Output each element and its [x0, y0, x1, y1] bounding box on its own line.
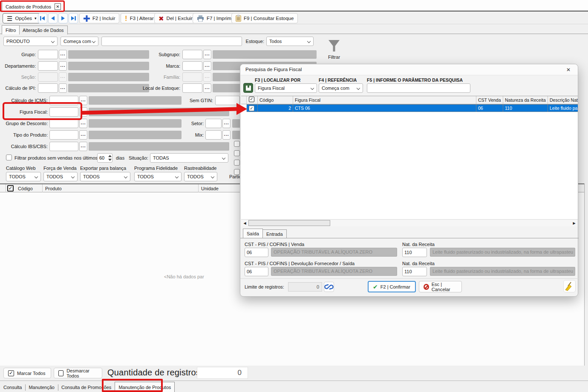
localizar-por-select[interactable]: Figura Fiscal: [255, 83, 317, 93]
close-tab-icon[interactable]: ✕: [55, 3, 61, 10]
nav-next-button[interactable]: [58, 13, 68, 23]
window-tab-cadastro-produtos[interactable]: Cadastro de Produtos ✕: [2, 1, 64, 11]
rastreabilidade-select[interactable]: TODOS: [184, 172, 217, 181]
main-col-produto[interactable]: Produto: [43, 184, 199, 193]
nat-receita-input-2[interactable]: [402, 267, 427, 276]
col-descricao[interactable]: Descrição Nat: [548, 96, 578, 104]
tab-manutencao[interactable]: Manutenção: [25, 383, 58, 392]
row-checkbox[interactable]: ✓: [249, 106, 254, 111]
marcar-todos-button[interactable]: ✓ Marcar Todos: [3, 368, 51, 378]
tab-saida[interactable]: Saída: [243, 229, 263, 238]
nav-last-button[interactable]: [69, 13, 78, 23]
forca-venda-select[interactable]: TODOS: [43, 172, 78, 181]
rastreabilidade-label: Rastreabilidade: [184, 165, 216, 171]
calculo-ipi-lookup-button[interactable]: ...: [59, 83, 67, 93]
marca-input[interactable]: [182, 61, 202, 71]
nav-first-button[interactable]: [38, 13, 47, 23]
nat-receita-input-1[interactable]: [402, 248, 427, 257]
incluir-button[interactable]: F2 | Incluir: [79, 13, 119, 23]
tab-manutencao-produtos[interactable]: Manutenção de Produtos: [115, 382, 175, 392]
excluir-button[interactable]: ✖ Del | Excluir: [154, 13, 197, 23]
caret-down-icon: ▾: [35, 16, 37, 20]
tab-entrada[interactable]: Entrada: [262, 229, 287, 238]
consultar-estoque-button[interactable]: F9 | Consultar Estoque: [231, 13, 298, 23]
cancelar-button[interactable]: Esc | Cancelar: [419, 281, 462, 292]
cell-figura-fiscal: CTS 06: [293, 105, 476, 112]
right-option-checkbox-2[interactable]: [234, 150, 240, 156]
search-operator-select[interactable]: Começa com: [61, 37, 98, 46]
setor-input[interactable]: [205, 119, 222, 128]
calculo-ibs-cbs-lookup-button[interactable]: ...: [79, 142, 87, 151]
grupo-desconto-input[interactable]: [49, 119, 78, 128]
col-figura-fiscal[interactable]: Figura Fiscal: [293, 96, 476, 104]
setor-lookup-button[interactable]: ...: [222, 119, 231, 128]
local-estoque-input[interactable]: [182, 83, 202, 93]
catalogo-web-select[interactable]: TODOS: [6, 172, 41, 181]
calculo-icms-input[interactable]: [49, 96, 78, 105]
grid-horizontal-scrollbar[interactable]: ◀ ▶: [241, 219, 578, 226]
col-natureza-receita[interactable]: Natureza da Receita: [503, 96, 548, 104]
mix-input[interactable]: [205, 130, 222, 140]
local-estoque-lookup-button[interactable]: ...: [203, 83, 211, 93]
filtrar-control[interactable]: Filtrar: [326, 39, 342, 60]
calculo-ipi-input[interactable]: [38, 83, 58, 93]
calculo-ibs-cbs-input[interactable]: [49, 142, 78, 151]
grupo-desconto-lookup-button[interactable]: ...: [79, 119, 87, 128]
referencia-value: Começa com: [322, 86, 349, 91]
select-all-checkbox[interactable]: ✓: [7, 185, 14, 192]
clear-button[interactable]: [563, 280, 576, 292]
link-button[interactable]: [324, 282, 334, 292]
confirmar-button[interactable]: ✔ F2 | Confirmar: [368, 281, 416, 292]
cst-venda-input[interactable]: [245, 248, 268, 257]
right-option-checkbox-3[interactable]: [234, 160, 240, 166]
select-all-checkbox[interactable]: ✓: [249, 97, 254, 102]
search-text-input[interactable]: [101, 37, 242, 46]
select-all-column[interactable]: ✓: [247, 96, 258, 104]
calculo-icms-lookup-button[interactable]: ...: [79, 96, 87, 105]
departamento-input[interactable]: [38, 61, 58, 71]
dialog-close-icon[interactable]: ✕: [565, 66, 572, 73]
tab-alteracao-de-dados[interactable]: Alteração de Dados: [19, 26, 68, 34]
scroll-left-icon[interactable]: ◀: [242, 220, 248, 226]
tab-filtro[interactable]: Filtro: [2, 25, 20, 34]
nav-prev-button[interactable]: [48, 13, 58, 23]
estoque-select[interactable]: Todos: [266, 37, 314, 46]
options-button[interactable]: ☰ Opções ▾: [3, 13, 41, 23]
departamento-lookup-button[interactable]: ...: [59, 61, 67, 71]
parametro-pesquisa-input[interactable]: [367, 83, 470, 93]
tipo-produto-input[interactable]: [49, 130, 78, 140]
sem-gtin-input[interactable]: [215, 96, 240, 105]
main-col-codigo[interactable]: ✓ Código: [6, 184, 43, 193]
scroll-right-icon[interactable]: ▶: [571, 220, 577, 226]
figura-fiscal-lookup-button[interactable]: ...: [79, 107, 87, 117]
row-check-cell[interactable]: ✓: [247, 105, 258, 112]
col-cst-venda[interactable]: CST Venda: [476, 96, 503, 104]
search-field-select[interactable]: PRODUTO: [3, 37, 58, 46]
tab-consulta[interactable]: Consulta: [0, 383, 25, 392]
exportar-balanca-select[interactable]: TODOS: [80, 172, 130, 181]
grid-row-selected[interactable]: ✓ 2 CTS 06 06 110 Leite fluido pa: [247, 104, 578, 112]
marca-lookup-button[interactable]: ...: [203, 61, 211, 71]
grupo-input[interactable]: [38, 50, 58, 59]
filtrar-sem-vendas-checkbox[interactable]: [6, 155, 12, 160]
save-search-button[interactable]: [243, 83, 253, 93]
desmarcar-todos-button[interactable]: Desmarcar Todos: [54, 368, 102, 378]
row-marker-header: [241, 96, 247, 104]
stepper-arrows-icon[interactable]: [107, 154, 112, 162]
grupo-lookup-button[interactable]: ...: [59, 50, 67, 59]
alterar-button[interactable]: ! F3 | Alterar: [121, 13, 158, 23]
subgrupo-lookup-button[interactable]: ...: [203, 50, 211, 59]
referencia-select[interactable]: Começa com: [319, 83, 363, 93]
programa-fidelidade-select[interactable]: TODOS: [134, 172, 182, 181]
subgrupo-input[interactable]: [182, 50, 202, 59]
col-codigo[interactable]: Código: [258, 96, 293, 104]
right-option-checkbox-1[interactable]: [234, 141, 240, 147]
situacao-select[interactable]: TODAS: [150, 153, 228, 163]
figura-fiscal-input[interactable]: [49, 107, 78, 117]
cst-devolucao-input[interactable]: [245, 267, 268, 276]
mix-lookup-button[interactable]: ...: [222, 130, 231, 140]
unchecked-box-icon: [58, 370, 63, 376]
tab-consulta-promocoes[interactable]: Consulta de Promoções: [58, 383, 115, 392]
scrollbar-thumb[interactable]: [248, 220, 330, 226]
tipo-produto-lookup-button[interactable]: ...: [79, 130, 87, 140]
